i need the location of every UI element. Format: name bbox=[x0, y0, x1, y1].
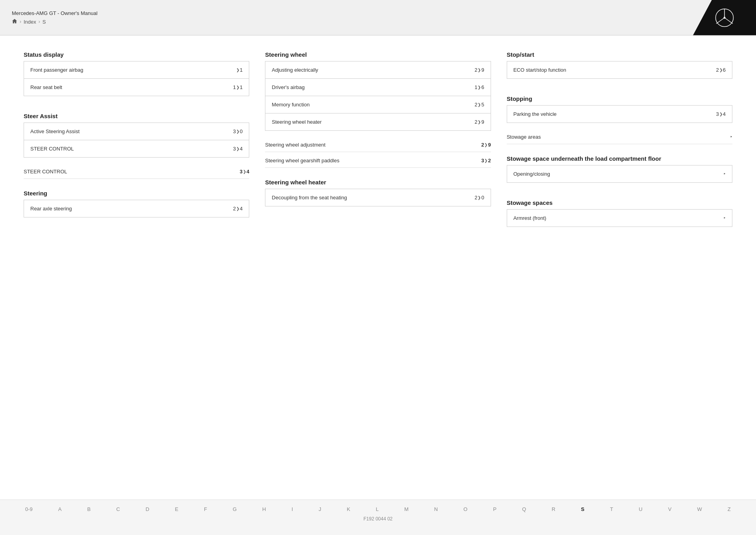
header: Mercedes-AMG GT - Owner's Manual › Index… bbox=[0, 0, 756, 35]
entry-page: 2❯9 bbox=[474, 67, 484, 73]
standalone-entry-1-1[interactable]: Steering wheel adjustment2❯9 bbox=[265, 138, 491, 152]
home-icon[interactable] bbox=[12, 19, 17, 25]
page-arrow-icon: ‣ bbox=[730, 134, 732, 139]
standalone-entry-0-2[interactable]: STEER CONTROL3❯4 bbox=[24, 165, 249, 179]
entry-label: Front passenger airbag bbox=[30, 67, 83, 73]
alpha-item-f[interactable]: F bbox=[202, 505, 209, 513]
entry-label: STEER CONTROL bbox=[30, 146, 74, 152]
breadcrumb-letter[interactable]: S bbox=[43, 19, 46, 25]
page-arrow-icon: ❯ bbox=[484, 143, 487, 147]
alpha-item-o[interactable]: O bbox=[462, 505, 469, 513]
index-column-0: Status displayFront passenger airbag❯1Re… bbox=[24, 51, 249, 234]
page-arrow-icon: ‣ bbox=[723, 171, 726, 176]
table-row[interactable]: Parking the vehicle3❯4 bbox=[507, 105, 732, 123]
alpha-item-b[interactable]: B bbox=[86, 505, 93, 513]
entry-label: Steering wheel heater bbox=[272, 119, 321, 125]
alpha-item-09[interactable]: 0-9 bbox=[24, 505, 34, 513]
alphabet-nav: 0-9ABCDEFGHIJKLMNOPQRSTUVWZ bbox=[24, 505, 732, 513]
page-arrow-icon: ❯ bbox=[478, 195, 481, 200]
page-arrow-icon: ❯ bbox=[484, 158, 487, 163]
alpha-item-u[interactable]: U bbox=[637, 505, 644, 513]
entries-group-0-0: Front passenger airbag❯1Rear seat belt1❯… bbox=[24, 61, 249, 96]
page-arrow-icon: ❯ bbox=[236, 147, 239, 151]
standalone-arrow-page: ‣ bbox=[730, 134, 732, 139]
table-row[interactable]: Rear axle steering2❯4 bbox=[24, 200, 249, 217]
entry-page: 1❯1 bbox=[233, 84, 243, 90]
entry-page: 1❯6 bbox=[474, 84, 484, 90]
header-left: Mercedes-AMG GT - Owner's Manual › Index… bbox=[0, 6, 109, 29]
manual-title: Mercedes-AMG GT - Owner's Manual bbox=[12, 10, 98, 16]
alpha-item-k[interactable]: K bbox=[345, 505, 352, 513]
entry-page: 2❯5 bbox=[474, 102, 484, 108]
page-arrow-icon: ❯ bbox=[236, 85, 239, 89]
alpha-item-c[interactable]: C bbox=[115, 505, 121, 513]
section-heading-2-3: Stowage space underneath the load compar… bbox=[507, 155, 732, 162]
alpha-item-n[interactable]: N bbox=[433, 505, 439, 513]
table-row[interactable]: Armrest (front)‣ bbox=[507, 209, 732, 227]
entry-label: Armrest (front) bbox=[513, 215, 547, 221]
entry-page: 3❯4 bbox=[716, 111, 726, 117]
alpha-item-e[interactable]: E bbox=[173, 505, 180, 513]
table-row[interactable]: Front passenger airbag❯1 bbox=[24, 61, 249, 79]
breadcrumb-sep-1: › bbox=[20, 19, 21, 24]
index-grid: Status displayFront passenger airbag❯1Re… bbox=[24, 51, 732, 234]
table-row[interactable]: Opening/closing‣ bbox=[507, 165, 732, 183]
section-heading-2-0: Stop/start bbox=[507, 51, 732, 58]
alpha-item-j[interactable]: J bbox=[317, 505, 323, 513]
entries-group-2-4: Armrest (front)‣ bbox=[507, 209, 732, 227]
page-arrow-icon: ❯ bbox=[719, 68, 723, 72]
alpha-item-w[interactable]: W bbox=[695, 505, 703, 513]
page-arrow-icon: ❯ bbox=[478, 85, 481, 89]
entries-group-2-3: Opening/closing‣ bbox=[507, 165, 732, 183]
entry-page: 3❯4 bbox=[233, 146, 243, 152]
entries-group-1-0: Adjusting electrically2❯9Driver's airbag… bbox=[265, 61, 491, 131]
entry-page: 2❯6 bbox=[716, 67, 726, 73]
breadcrumb: › Index › S bbox=[12, 19, 98, 25]
page-arrow-icon: ❯ bbox=[478, 102, 481, 107]
footer-code: F192 0044 02 bbox=[24, 516, 732, 522]
alpha-item-t[interactable]: T bbox=[608, 505, 615, 513]
alpha-item-g[interactable]: G bbox=[231, 505, 238, 513]
table-row[interactable]: Rear seat belt1❯1 bbox=[24, 79, 249, 96]
table-row[interactable]: Active Steering Assist3❯0 bbox=[24, 123, 249, 140]
table-row[interactable]: Memory function2❯5 bbox=[265, 96, 491, 113]
standalone-arrow-entry-2-2[interactable]: Stowage areas‣ bbox=[507, 130, 732, 144]
entry-label: Decoupling from the seat heating bbox=[272, 195, 347, 201]
section-heading-2-4: Stowage spaces bbox=[507, 199, 732, 206]
table-row[interactable]: Decoupling from the seat heating2❯0 bbox=[265, 189, 491, 206]
section-heading-1-3: Steering wheel heater bbox=[265, 179, 491, 186]
entry-page: ‣ bbox=[723, 215, 726, 221]
breadcrumb-index[interactable]: Index bbox=[24, 19, 36, 25]
alpha-item-i[interactable]: I bbox=[290, 505, 295, 513]
alpha-item-h[interactable]: H bbox=[261, 505, 267, 513]
section-heading-1-0: Steering wheel bbox=[265, 51, 491, 58]
alpha-item-p[interactable]: P bbox=[491, 505, 498, 513]
table-row[interactable]: Adjusting electrically2❯9 bbox=[265, 61, 491, 79]
table-row[interactable]: Driver's airbag1❯6 bbox=[265, 79, 491, 96]
alpha-item-z[interactable]: Z bbox=[726, 505, 732, 513]
entry-page: 2❯4 bbox=[233, 206, 243, 212]
entries-group-2-0: ECO start/stop function2❯6 bbox=[507, 61, 732, 79]
alpha-item-v[interactable]: V bbox=[667, 505, 673, 513]
page-arrow-icon: ‣ bbox=[723, 215, 726, 221]
standalone-entry-1-2[interactable]: Steering wheel gearshift paddles3❯2 bbox=[265, 154, 491, 168]
alpha-item-q[interactable]: Q bbox=[521, 505, 528, 513]
entries-group-0-1: Active Steering Assist3❯0STEER CONTROL3❯… bbox=[24, 123, 249, 158]
index-column-2: Stop/startECO start/stop function2❯6Stop… bbox=[507, 51, 732, 234]
page-arrow-icon: ❯ bbox=[478, 120, 481, 124]
entry-page: 2❯0 bbox=[474, 195, 484, 201]
alpha-item-a[interactable]: A bbox=[57, 505, 63, 513]
page-arrow-icon: ❯ bbox=[236, 68, 239, 72]
alpha-item-s[interactable]: S bbox=[580, 505, 586, 513]
table-row[interactable]: Steering wheel heater2❯9 bbox=[265, 113, 491, 131]
alpha-item-r[interactable]: R bbox=[550, 505, 557, 513]
table-row[interactable]: ECO start/stop function2❯6 bbox=[507, 61, 732, 79]
alpha-item-d[interactable]: D bbox=[144, 505, 151, 513]
standalone-arrow-label: Stowage areas bbox=[507, 134, 541, 140]
alpha-item-m[interactable]: M bbox=[403, 505, 410, 513]
entries-group-0-3: Rear axle steering2❯4 bbox=[24, 200, 249, 217]
standalone-label: Steering wheel adjustment bbox=[265, 142, 325, 148]
table-row[interactable]: STEER CONTROL3❯4 bbox=[24, 140, 249, 158]
svg-line-4 bbox=[724, 18, 733, 24]
alpha-item-l[interactable]: L bbox=[374, 505, 380, 513]
